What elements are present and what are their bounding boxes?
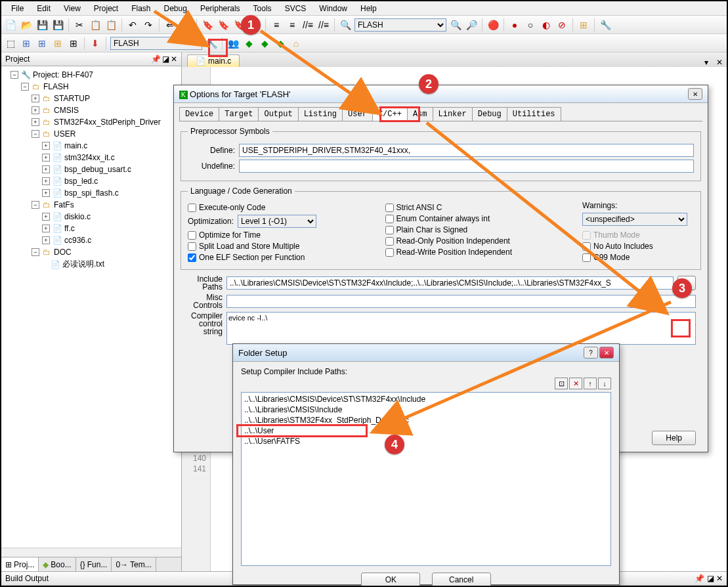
redo-icon[interactable]: ↷	[142, 18, 155, 32]
tab-user[interactable]: User	[342, 107, 373, 121]
undo-icon[interactable]: ↶	[126, 18, 139, 32]
editor-tab-mainc[interactable]: 📄main.c	[187, 54, 240, 67]
nav-fwd-icon[interactable]: ⇒	[179, 18, 192, 32]
menu-window[interactable]: Window	[312, 2, 354, 15]
stop-build-icon[interactable]: ⊞	[67, 37, 80, 50]
project-tree[interactable]: −🔧Project: BH-F407 −🗀FLASH +🗀STARTUP +🗀C…	[1, 66, 181, 548]
panel-menu-icon[interactable]: ◪	[162, 54, 169, 64]
menu-project[interactable]: Project	[87, 2, 125, 15]
select-pack-icon[interactable]: ◆	[258, 37, 271, 50]
strict-check[interactable]	[385, 204, 394, 212]
close-icon[interactable]: ✕	[688, 88, 702, 100]
list-item[interactable]: ..\..\Libraries\STM32F4xx_StdPeriph_Driv…	[244, 415, 608, 425]
misc-input[interactable]	[226, 295, 696, 308]
menu-help[interactable]: Help	[354, 2, 383, 15]
bookmark-icon[interactable]: 🔖	[201, 18, 214, 32]
move-up-icon[interactable]: ↑	[584, 378, 597, 389]
folder-list[interactable]: ..\..\Libraries\CMSIS\Device\ST\STM32F4x…	[241, 392, 611, 566]
help-icon[interactable]: ?	[584, 347, 598, 359]
opt-time-check[interactable]	[188, 231, 196, 240]
optimization-select[interactable]: Level 1 (-O1)	[238, 215, 316, 228]
breakpoint-kill-icon[interactable]: ⊘	[555, 18, 568, 32]
tab-linker[interactable]: Linker	[433, 107, 473, 121]
tab-asm[interactable]: Asm	[407, 107, 433, 121]
tab-debug[interactable]: Debug	[472, 107, 507, 121]
batch-build-icon[interactable]: ⊞	[51, 37, 64, 50]
menu-file[interactable]: File	[5, 2, 30, 15]
menu-debug[interactable]: Debug	[158, 2, 194, 15]
list-item[interactable]: ..\..\User	[244, 425, 608, 436]
find-icon[interactable]: 🔍	[339, 18, 352, 32]
close-icon[interactable]: ✕	[599, 347, 614, 359]
tab-functions[interactable]: {}Fun...	[76, 557, 112, 571]
c99-check[interactable]	[582, 253, 591, 262]
configure-icon[interactable]: 🔧	[599, 18, 612, 32]
target-options-icon[interactable]: 🔧	[205, 37, 218, 50]
menu-svcs[interactable]: SVCS	[278, 2, 313, 15]
ro-check[interactable]	[385, 237, 394, 246]
uncomment-icon[interactable]: //≡	[317, 18, 330, 32]
breakpoint-toggle-icon[interactable]: ○	[524, 18, 537, 32]
rebuild-icon[interactable]: ⊞	[35, 37, 49, 50]
enum-check[interactable]	[385, 215, 394, 223]
list-item[interactable]: ..\..\Libraries\CMSIS\Device\ST\STM32F4x…	[244, 394, 608, 404]
indent-icon[interactable]: ≡	[270, 18, 283, 32]
help-button[interactable]: Help	[652, 431, 696, 445]
tab-listing[interactable]: Listing	[298, 107, 343, 121]
move-down-icon[interactable]: ↓	[598, 378, 611, 389]
pin-icon[interactable]: 📌	[695, 574, 704, 583]
exec-only-check[interactable]	[188, 204, 196, 212]
new-path-icon[interactable]: ⊡	[555, 378, 568, 389]
tab-ccpp[interactable]: C/C++	[372, 107, 408, 121]
find-in-files-icon[interactable]: 🔍	[449, 18, 462, 32]
new-icon[interactable]: 📄	[4, 18, 17, 32]
warnings-select[interactable]: <unspecified>	[582, 213, 687, 226]
tab-books[interactable]: ◆Boo...	[39, 557, 75, 571]
bookmark-prev-icon[interactable]: 🔖	[217, 18, 230, 32]
translate-icon[interactable]: ⬚	[4, 37, 17, 50]
copy-icon[interactable]: 📋	[89, 18, 102, 32]
panel-close-icon[interactable]: ✕	[716, 574, 723, 583]
debug-icon[interactable]: 🔴	[486, 18, 500, 32]
rw-check[interactable]	[385, 248, 394, 257]
cancel-button[interactable]: Cancel	[432, 573, 491, 587]
menu-flash[interactable]: Flash	[125, 2, 157, 15]
tab-utilities[interactable]: Utilities	[507, 107, 561, 121]
one-elf-check[interactable]	[188, 253, 196, 262]
breakpoint-disable-icon[interactable]: ◐	[540, 18, 553, 32]
build-icon[interactable]: ⊞	[20, 37, 33, 50]
menu-peripherals[interactable]: Peripherals	[194, 2, 247, 15]
plain-check[interactable]	[385, 226, 394, 234]
include-paths-input[interactable]	[226, 276, 674, 290]
window-icon[interactable]: ⊞	[577, 18, 590, 32]
outdent-icon[interactable]: ≡	[286, 18, 299, 32]
tab-target[interactable]: Target	[219, 107, 259, 121]
save-all-icon[interactable]: 💾	[51, 18, 64, 32]
noauto-check[interactable]	[582, 242, 591, 251]
target-select[interactable]: FLASH	[110, 37, 202, 50]
tab-project[interactable]: ⊞Proj...	[1, 557, 39, 571]
ok-button[interactable]: OK	[361, 573, 420, 587]
download-icon[interactable]: ⬇	[89, 37, 102, 50]
nav-back-icon[interactable]: ⇐	[163, 18, 177, 32]
tab-templates[interactable]: 0→Tem...	[112, 557, 156, 571]
split-check[interactable]	[188, 242, 196, 251]
open-icon[interactable]: 📂	[20, 18, 33, 32]
comment-icon[interactable]: //≡	[301, 18, 314, 32]
panel-close-icon[interactable]: ✕	[171, 54, 177, 64]
paste-icon[interactable]: 📋	[104, 18, 118, 32]
books-icon[interactable]: ⌂	[289, 37, 303, 50]
undefine-input[interactable]	[239, 160, 694, 173]
list-item[interactable]: ..\..\User\FATFS	[244, 436, 608, 446]
editor-menu-icon[interactable]: ▾	[700, 58, 712, 67]
define-input[interactable]	[239, 144, 694, 157]
save-icon[interactable]: 💾	[35, 18, 49, 32]
menu-tools[interactable]: Tools	[247, 2, 278, 15]
delete-path-icon[interactable]: ✕	[569, 378, 582, 389]
menu-edit[interactable]: Edit	[30, 2, 57, 15]
tab-output[interactable]: Output	[258, 107, 298, 121]
manage-icon[interactable]: 👥	[226, 37, 240, 50]
find-target-select[interactable]: FLASH	[354, 18, 446, 32]
cut-icon[interactable]: ✂	[73, 18, 86, 32]
list-item[interactable]: ..\..\Libraries\CMSIS\Include	[244, 404, 608, 415]
